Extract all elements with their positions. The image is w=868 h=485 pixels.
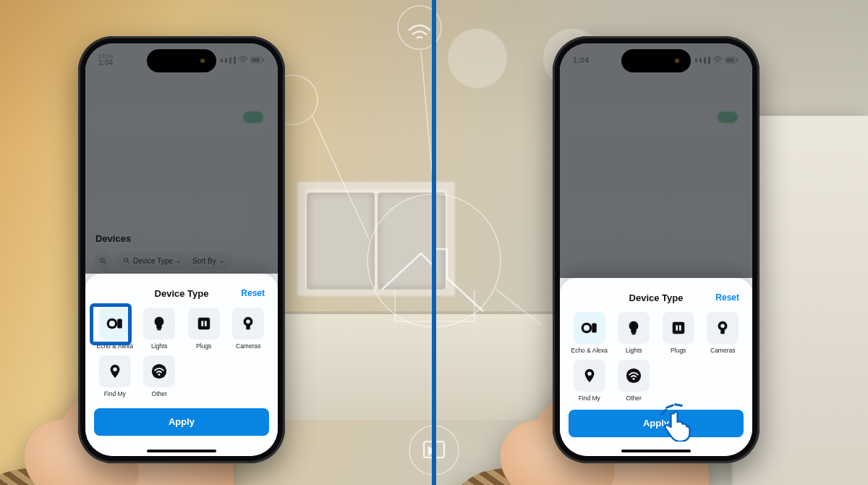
tile-cameras[interactable]: Cameras (704, 312, 743, 354)
svg-rect-14 (252, 59, 260, 62)
tile-other[interactable]: Other (615, 360, 654, 402)
phone-right: 1:04 Device Type Reset Echo & Alexa (553, 36, 760, 463)
tile-find-my[interactable]: Find My (95, 355, 135, 397)
apply-button[interactable]: Apply (569, 410, 744, 437)
device-type-grid: Echo & Alexa Lights Plugs (94, 308, 269, 398)
sheet-title: Device Type (155, 288, 209, 299)
modal-overlay[interactable] (85, 43, 278, 274)
location-pin-icon (574, 360, 605, 392)
tile-find-my[interactable]: Find My (570, 360, 609, 402)
svg-point-17 (109, 321, 115, 326)
wifi-icon (238, 56, 248, 64)
dynamic-island (623, 51, 689, 71)
home-indicator[interactable] (621, 450, 691, 452)
svg-rect-37 (676, 325, 678, 330)
device-type-sheet: Device Type Reset Echo & Alexa Lights (560, 278, 752, 456)
camera-icon (707, 312, 739, 344)
camera-icon (232, 308, 264, 340)
plug-icon (188, 308, 220, 340)
wifi-icon (618, 360, 650, 392)
phone-left: Devices Device Type ⌄ Sort By ⌄ 12:341:0… (78, 36, 285, 463)
device-type-grid: Echo & Alexa Lights Plugs (569, 312, 744, 402)
device-type-sheet: Device Type Reset Echo & Alexa Lights (85, 274, 278, 456)
svg-rect-31 (737, 59, 739, 61)
svg-rect-15 (263, 59, 264, 61)
svg-point-24 (247, 320, 251, 324)
tile-plugs[interactable]: Plugs (659, 312, 698, 354)
tile-label: Plugs (671, 347, 686, 354)
wifi-icon (712, 56, 723, 64)
tile-lights[interactable]: Lights (615, 312, 654, 354)
svg-rect-35 (632, 333, 637, 334)
modal-overlay[interactable] (560, 43, 752, 278)
vertical-divider (432, 0, 436, 485)
status-icons (221, 56, 265, 64)
svg-rect-36 (673, 322, 685, 334)
tile-label: Find My (579, 395, 600, 402)
tile-label: Echo & Alexa (571, 347, 608, 354)
tile-label: Other (626, 395, 642, 402)
echo-alexa-icon (99, 308, 131, 340)
svg-rect-21 (201, 321, 203, 326)
status-time: 12:341:04 (98, 54, 113, 67)
svg-point-28 (158, 374, 161, 376)
svg-rect-25 (247, 326, 251, 330)
tile-plugs[interactable]: Plugs (184, 308, 224, 350)
tile-label: Other (152, 391, 167, 397)
svg-rect-22 (205, 321, 207, 326)
svg-point-26 (113, 368, 117, 372)
location-pin-icon (99, 355, 131, 387)
tile-label: Lights (626, 347, 642, 354)
svg-point-42 (587, 372, 592, 376)
echo-alexa-icon (574, 312, 605, 344)
dynamic-island (148, 51, 215, 71)
svg-point-33 (584, 325, 590, 331)
svg-point-40 (721, 324, 726, 329)
battery-icon (725, 56, 739, 64)
tile-label: Cameras (710, 347, 735, 354)
svg-rect-18 (117, 319, 122, 329)
status-time: 1:04 (573, 56, 589, 64)
home-indicator[interactable] (147, 450, 216, 452)
apply-button[interactable]: Apply (94, 408, 269, 436)
tile-echo-alexa[interactable]: Echo & Alexa (570, 312, 609, 354)
tile-other[interactable]: Other (140, 355, 179, 397)
sheet-title: Device Type (629, 292, 684, 303)
tile-label: Cameras (236, 343, 260, 350)
tile-label: Plugs (196, 343, 211, 350)
tile-label: Echo & Alexa (96, 343, 133, 350)
bulb-icon (143, 308, 175, 340)
status-icons (695, 56, 739, 64)
bulb-icon (618, 312, 650, 344)
plug-icon (663, 312, 694, 344)
tile-lights[interactable]: Lights (140, 308, 179, 350)
svg-rect-34 (592, 324, 597, 333)
svg-rect-19 (158, 329, 162, 330)
tile-cameras[interactable]: Cameras (229, 308, 268, 350)
tile-label: Lights (151, 343, 168, 350)
svg-rect-38 (679, 325, 681, 330)
svg-point-44 (633, 378, 635, 380)
svg-rect-20 (198, 318, 210, 330)
reset-button[interactable]: Reset (715, 292, 739, 303)
tile-echo-alexa[interactable]: Echo & Alexa (95, 308, 135, 350)
wifi-icon (143, 355, 175, 387)
tile-label: Find My (104, 391, 126, 397)
reset-button[interactable]: Reset (241, 288, 265, 298)
svg-rect-30 (726, 59, 734, 62)
battery-icon (250, 56, 265, 64)
svg-rect-41 (721, 330, 726, 334)
